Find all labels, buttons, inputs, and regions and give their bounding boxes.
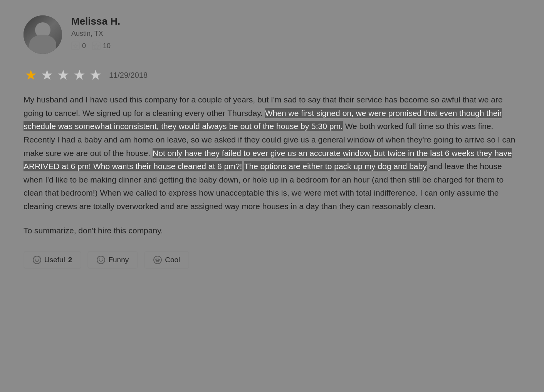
user-name: Melissa H. [71, 15, 120, 27]
review-date: 11/29/2018 [109, 71, 148, 80]
compliment-icon [71, 42, 80, 50]
funny-label: Funny [108, 256, 129, 264]
review-card: Melissa H. Austin, TX 0 [24, 15, 520, 269]
funny-icon [97, 256, 105, 264]
svg-rect-0 [72, 42, 79, 50]
funny-button[interactable]: Funny [87, 251, 138, 269]
review-stat-icon [92, 42, 101, 50]
useful-button[interactable]: Useful 2 [24, 251, 81, 269]
svg-rect-9 [156, 259, 160, 261]
highlight-1: When we first signed on, we were promise… [24, 108, 502, 132]
svg-point-4 [38, 259, 39, 260]
svg-point-6 [99, 259, 100, 260]
compliment-count: 0 [82, 42, 86, 50]
svg-point-3 [35, 259, 36, 260]
star-3: ★ [56, 68, 71, 82]
star-rating: ★ ★ ★ ★ ★ [24, 68, 103, 82]
review-paragraph-1: My husband and I have used this company … [24, 93, 520, 213]
highlight-3: The options are either to pack up my dog… [244, 161, 427, 171]
useful-icon [33, 256, 41, 264]
rating-section: ★ ★ ★ ★ ★ 11/29/2018 [24, 68, 520, 82]
svg-point-7 [102, 259, 102, 260]
star-2: ★ [40, 68, 54, 82]
user-header: Melissa H. Austin, TX 0 [24, 15, 520, 54]
star-4: ★ [72, 68, 87, 82]
user-info: Melissa H. Austin, TX 0 [71, 15, 120, 50]
compliment-stat: 0 [71, 42, 86, 50]
cool-label: Cool [165, 256, 180, 264]
reactions: Useful 2 Funny [24, 251, 520, 269]
svg-point-5 [97, 256, 105, 264]
cool-button[interactable]: Cool [144, 251, 189, 269]
avatar [24, 15, 62, 54]
review-stat: 10 [92, 42, 111, 50]
user-stats: 0 10 [71, 42, 120, 50]
useful-label: Useful [44, 256, 65, 264]
star-1: ★ [24, 68, 38, 82]
user-location: Austin, TX [71, 30, 120, 38]
cool-icon [153, 256, 162, 264]
useful-count: 2 [68, 256, 72, 264]
review-count: 10 [103, 42, 111, 50]
svg-point-2 [33, 256, 41, 264]
avatar-image [24, 15, 62, 54]
review-text: My husband and I have used this company … [24, 93, 520, 237]
star-5: ★ [88, 68, 103, 82]
review-paragraph-2: To summarize, don't hire this company. [24, 224, 520, 238]
svg-point-8 [154, 256, 161, 264]
